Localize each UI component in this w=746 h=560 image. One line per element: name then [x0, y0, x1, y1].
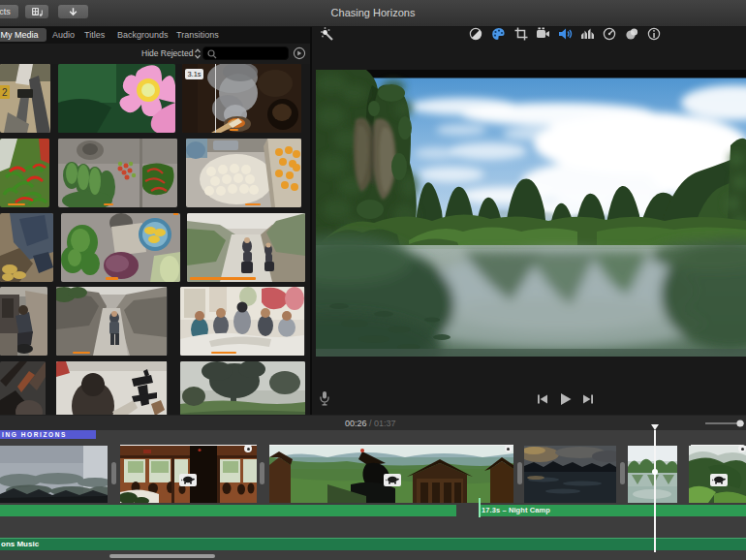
- svg-text:2: 2: [2, 87, 8, 98]
